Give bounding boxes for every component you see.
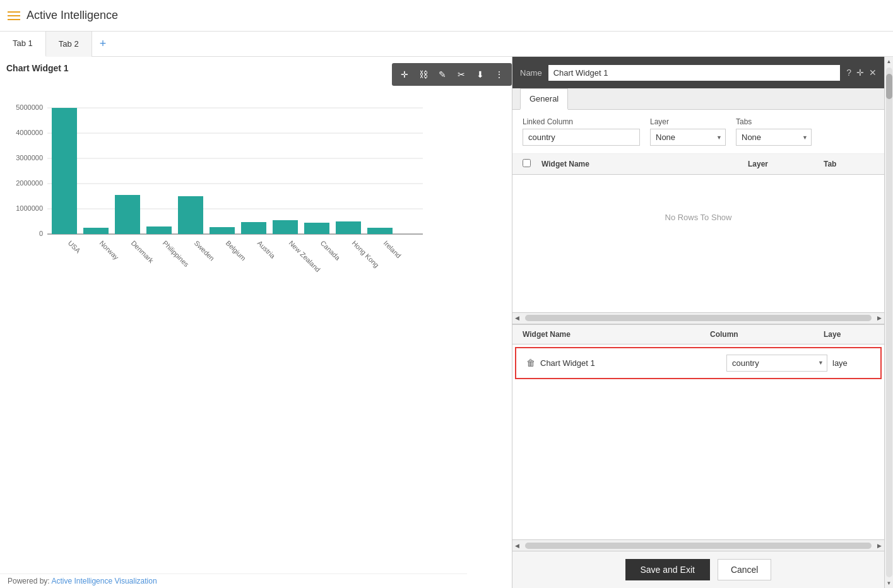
svg-text:New Zealand: New Zealand (288, 239, 322, 273)
lower-col-layer: Laye (824, 330, 874, 339)
help-icon[interactable]: ? (846, 68, 851, 78)
toolbar-download[interactable]: ⬇ (471, 66, 489, 83)
delete-row-button[interactable]: 🗑 (526, 358, 535, 368)
scroll-thumb-2[interactable] (525, 543, 872, 549)
svg-text:Belgium: Belgium (225, 239, 248, 262)
status-bar: Powered by: Active Intelligence Visualiz… (0, 573, 467, 588)
scroll-left-1[interactable]: ◀ (515, 315, 519, 321)
svg-rect-17 (210, 227, 235, 234)
tab-2[interactable]: Tab 2 (46, 32, 92, 57)
right-scrollbar: ▲ ▼ (884, 57, 893, 588)
row-column-select[interactable]: country (726, 355, 827, 372)
tab-1[interactable]: Tab 1 (0, 32, 46, 57)
svg-text:Sweden: Sweden (193, 239, 216, 262)
select-all-checkbox[interactable] (523, 159, 531, 167)
svg-text:Canada: Canada (319, 239, 342, 262)
lower-spacer (512, 382, 884, 540)
svg-rect-13 (83, 228, 109, 234)
cancel-button[interactable]: Cancel (718, 559, 772, 580)
col-widget-name: Widget Name (541, 160, 748, 168)
row-widget-name: Chart Widget 1 (540, 358, 721, 368)
linked-column-group: Linked Column (523, 117, 640, 146)
chart-area: 5000000 4000000 3000000 2000000 1000000 … (6, 92, 506, 307)
scroll-right-2[interactable]: ▶ (877, 543, 882, 549)
toolbar-more[interactable]: ⋮ (490, 66, 508, 83)
linked-section: Linked Column Layer None (512, 110, 884, 154)
svg-rect-21 (336, 221, 361, 234)
bar-chart: 5000000 4000000 3000000 2000000 1000000 … (6, 92, 435, 307)
svg-text:Ireland: Ireland (382, 239, 403, 259)
svg-rect-12 (52, 108, 77, 234)
tabs-select-wrapper: None (736, 129, 812, 146)
scrollbar-thumb[interactable] (886, 74, 892, 99)
svg-text:3000000: 3000000 (16, 154, 43, 162)
scroll-right-1[interactable]: ▶ (877, 315, 882, 321)
row-column-select-wrapper: country (726, 355, 827, 372)
scrollbar-up[interactable]: ▲ (885, 57, 893, 66)
lower-col-widget-name: Widget Name (523, 330, 710, 339)
col-tab: Tab (824, 160, 874, 168)
svg-rect-22 (367, 228, 393, 234)
save-and-exit-button[interactable]: Save and Exit (625, 559, 710, 580)
svg-text:Norway: Norway (98, 239, 121, 261)
scrollbar-track (886, 68, 892, 577)
toolbar-link[interactable]: ⛓ (415, 66, 432, 83)
svg-rect-15 (146, 226, 172, 234)
hamburger-menu[interactable] (8, 11, 20, 20)
status-bar-link[interactable]: Active Intelligence Visualization (51, 577, 157, 585)
name-label: Name (520, 68, 542, 78)
tabs-label: Tabs (736, 117, 812, 126)
main-content: Chart Widget 1 ✛ ⛓ ✎ ✂ ⬇ ⋮ 5000000 40000… (0, 57, 893, 588)
tabs-bar: Tab 1 Tab 2 + (0, 32, 893, 57)
tabs-select[interactable]: None (736, 129, 812, 146)
svg-text:Denmark: Denmark (130, 239, 155, 264)
linked-column-input[interactable] (523, 129, 640, 146)
tab-add-button[interactable]: + (92, 32, 114, 56)
svg-text:1000000: 1000000 (16, 204, 43, 212)
scroll-left-2[interactable]: ◀ (515, 543, 519, 549)
scrollbar-down[interactable]: ▼ (885, 579, 893, 588)
widget-name-input[interactable] (548, 65, 841, 81)
grid-empty-message: No Rows To Show (512, 175, 884, 260)
svg-rect-19 (273, 220, 298, 234)
upper-grid-header: Widget Name Layer Tab (512, 154, 884, 175)
app-title: Active Intelligence (27, 9, 118, 22)
upper-scroll-bar: ◀ ▶ (512, 313, 884, 324)
panel-footer: Save and Exit Cancel (512, 551, 884, 588)
layer-select[interactable]: None (650, 129, 726, 146)
col-layer: Layer (748, 160, 824, 168)
left-panel: Chart Widget 1 ✛ ⛓ ✎ ✂ ⬇ ⋮ 5000000 40000… (0, 57, 512, 588)
lower-grid-header: Widget Name Column Laye (512, 324, 884, 344)
top-bar: Active Intelligence (0, 0, 893, 32)
lower-scroll-bar: ◀ ▶ (512, 539, 884, 551)
svg-text:0: 0 (39, 230, 43, 237)
layer-group: Layer None (650, 117, 726, 146)
tabs-group: Tabs None (736, 117, 812, 146)
panel-body: Linked Column Layer None (512, 110, 884, 588)
toolbar-cut[interactable]: ✂ (452, 66, 470, 83)
layer-label: Layer (650, 117, 726, 126)
svg-text:USA: USA (67, 239, 83, 255)
layer-select-wrapper: None (650, 129, 726, 146)
svg-text:4000000: 4000000 (16, 129, 43, 136)
svg-rect-18 (241, 222, 266, 234)
svg-text:Hong Kong: Hong Kong (351, 239, 381, 269)
toolbar: ✛ ⛓ ✎ ✂ ⬇ ⋮ (392, 63, 512, 86)
svg-text:2000000: 2000000 (16, 179, 43, 187)
tab-general[interactable]: General (520, 88, 568, 110)
svg-rect-20 (304, 223, 329, 234)
move-icon[interactable]: ✛ (856, 68, 864, 78)
toolbar-move[interactable]: ✛ (396, 66, 413, 83)
panel-header: Name ? ✛ ✕ (512, 57, 884, 88)
scroll-thumb-1[interactable] (525, 315, 872, 321)
linked-column-label: Linked Column (523, 117, 640, 126)
svg-rect-16 (178, 196, 203, 234)
svg-text:5000000: 5000000 (16, 103, 43, 111)
linked-row: Linked Column Layer None (523, 117, 874, 146)
row-layer-value: laye (832, 358, 870, 368)
upper-grid: Widget Name Layer Tab No Rows To Show (512, 154, 884, 313)
toolbar-edit[interactable]: ✎ (434, 66, 451, 83)
svg-text:Austria: Austria (256, 239, 277, 260)
panel-tabs: General (512, 88, 884, 110)
close-icon[interactable]: ✕ (869, 68, 877, 78)
